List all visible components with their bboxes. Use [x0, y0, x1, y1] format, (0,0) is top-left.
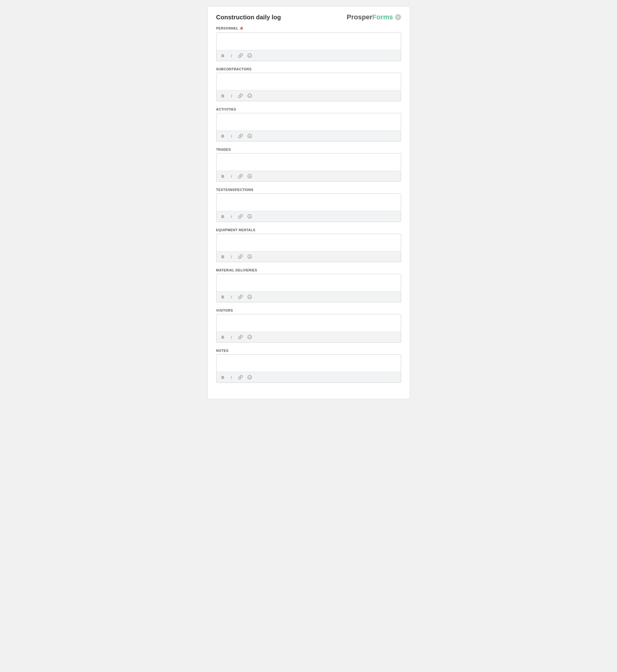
field-label-material-deliveries: MATERIAL DELIVERIES: [216, 268, 401, 272]
link-button-personnel[interactable]: [237, 52, 244, 59]
svg-point-0: [247, 54, 251, 58]
svg-point-18: [247, 295, 251, 299]
textarea-visitors[interactable]: [217, 314, 401, 330]
italic-button-visitors[interactable]: I: [228, 334, 235, 340]
bold-button-visitors[interactable]: B: [220, 334, 226, 340]
field-group-notes: NOTES B I: [216, 349, 401, 383]
svg-point-14: [250, 216, 251, 217]
textarea-personnel[interactable]: [217, 33, 401, 49]
italic-button-personnel[interactable]: I: [228, 52, 235, 59]
textarea-material-deliveries[interactable]: [217, 274, 401, 290]
italic-button-activities[interactable]: I: [228, 132, 235, 139]
svg-point-21: [247, 335, 251, 339]
link-button-tests-inspections[interactable]: [237, 213, 244, 220]
rich-text-subcontractors: B I: [216, 73, 401, 101]
rich-text-material-deliveries: B I: [216, 274, 401, 302]
bold-button-equipment-rentals[interactable]: B: [220, 253, 226, 260]
svg-point-9: [247, 175, 251, 179]
link-button-subcontractors[interactable]: [237, 92, 244, 99]
rich-text-tests-inspections: B I: [216, 194, 401, 222]
field-group-tests-inspections: TESTS/INSPECTIONS B I: [216, 188, 401, 222]
emoji-button-subcontractors[interactable]: [246, 92, 253, 99]
toolbar-notes: B I: [217, 372, 401, 382]
italic-button-tests-inspections[interactable]: I: [228, 213, 235, 220]
emoji-button-notes[interactable]: [246, 374, 253, 381]
emoji-button-material-deliveries[interactable]: [246, 294, 253, 300]
rich-text-equipment-rentals: B I: [216, 234, 401, 262]
textarea-tests-inspections[interactable]: [217, 194, 401, 210]
svg-point-15: [247, 255, 251, 259]
field-label-subcontractors: SUBCONTRACTORS: [216, 67, 401, 71]
textarea-subcontractors[interactable]: [217, 73, 401, 89]
bold-button-personnel[interactable]: B: [220, 52, 226, 59]
field-group-trades: TRADES B I: [216, 148, 401, 182]
bold-button-material-deliveries[interactable]: B: [220, 294, 226, 300]
form-container: Construction daily log ProsperForms × PE…: [207, 6, 410, 399]
bold-button-activities[interactable]: B: [220, 132, 226, 139]
toolbar-equipment-rentals: B I: [217, 251, 401, 262]
field-label-activities: ACTIVITIES: [216, 107, 401, 111]
emoji-button-equipment-rentals[interactable]: [246, 253, 253, 260]
link-button-notes[interactable]: [237, 374, 244, 381]
toolbar-material-deliveries: B I: [217, 291, 401, 302]
toolbar-trades: B I: [217, 171, 401, 182]
bold-button-subcontractors[interactable]: B: [220, 92, 226, 99]
field-label-trades: TRADES: [216, 148, 401, 151]
svg-point-13: [248, 216, 249, 217]
emoji-button-personnel[interactable]: [246, 52, 253, 59]
svg-point-22: [248, 336, 249, 337]
field-group-personnel: PERSONNEL ★ B I: [216, 26, 401, 61]
textarea-equipment-rentals[interactable]: [217, 234, 401, 250]
brand-forms: Forms: [372, 14, 393, 21]
italic-button-subcontractors[interactable]: I: [228, 92, 235, 99]
field-group-visitors: VISITORS B I: [216, 309, 401, 343]
italic-button-material-deliveries[interactable]: I: [228, 294, 235, 300]
field-group-material-deliveries: MATERIAL DELIVERIES B I: [216, 268, 401, 302]
svg-point-4: [248, 95, 249, 96]
rich-text-activities: B I: [216, 113, 401, 141]
required-indicator: ★: [239, 26, 244, 31]
field-group-equipment-rentals: EQUIPMENT RENTALS B I: [216, 228, 401, 262]
bold-button-notes[interactable]: B: [220, 374, 226, 381]
toolbar-tests-inspections: B I: [217, 211, 401, 222]
rich-text-notes: B I: [216, 354, 401, 383]
toolbar-subcontractors: B I: [217, 90, 401, 101]
link-button-trades[interactable]: [237, 173, 244, 180]
link-button-equipment-rentals[interactable]: [237, 253, 244, 260]
field-label-notes: NOTES: [216, 349, 401, 352]
italic-button-equipment-rentals[interactable]: I: [228, 253, 235, 260]
textarea-activities[interactable]: [217, 113, 401, 129]
rich-text-personnel: B I: [216, 33, 401, 61]
italic-button-trades[interactable]: I: [228, 173, 235, 180]
textarea-notes[interactable]: [217, 355, 401, 371]
close-button[interactable]: ×: [395, 14, 401, 20]
svg-point-16: [248, 256, 249, 257]
bold-button-tests-inspections[interactable]: B: [220, 213, 226, 220]
field-label-personnel: PERSONNEL ★: [216, 26, 401, 31]
link-button-activities[interactable]: [237, 132, 244, 139]
svg-point-20: [250, 296, 251, 297]
svg-point-12: [247, 215, 251, 219]
emoji-button-trades[interactable]: [246, 173, 253, 180]
emoji-button-tests-inspections[interactable]: [246, 213, 253, 220]
field-group-subcontractors: SUBCONTRACTORS B I: [216, 67, 401, 101]
toolbar-visitors: B I: [217, 332, 401, 342]
emoji-button-visitors[interactable]: [246, 334, 253, 340]
italic-button-notes[interactable]: I: [228, 374, 235, 381]
emoji-button-activities[interactable]: [246, 132, 253, 139]
field-label-equipment-rentals: EQUIPMENT RENTALS: [216, 228, 401, 232]
svg-point-26: [250, 377, 251, 377]
field-label-visitors: VISITORS: [216, 309, 401, 312]
bold-button-trades[interactable]: B: [220, 173, 226, 180]
toolbar-personnel: B I: [217, 50, 401, 61]
textarea-trades[interactable]: [217, 153, 401, 170]
form-title: Construction daily log: [216, 14, 281, 21]
brand-logo: ProsperForms: [347, 14, 393, 21]
svg-point-25: [248, 377, 249, 377]
svg-point-2: [250, 55, 251, 56]
svg-point-24: [247, 375, 251, 379]
link-button-visitors[interactable]: [237, 334, 244, 340]
svg-point-23: [250, 336, 251, 337]
link-button-material-deliveries[interactable]: [237, 294, 244, 300]
svg-point-8: [250, 135, 251, 136]
